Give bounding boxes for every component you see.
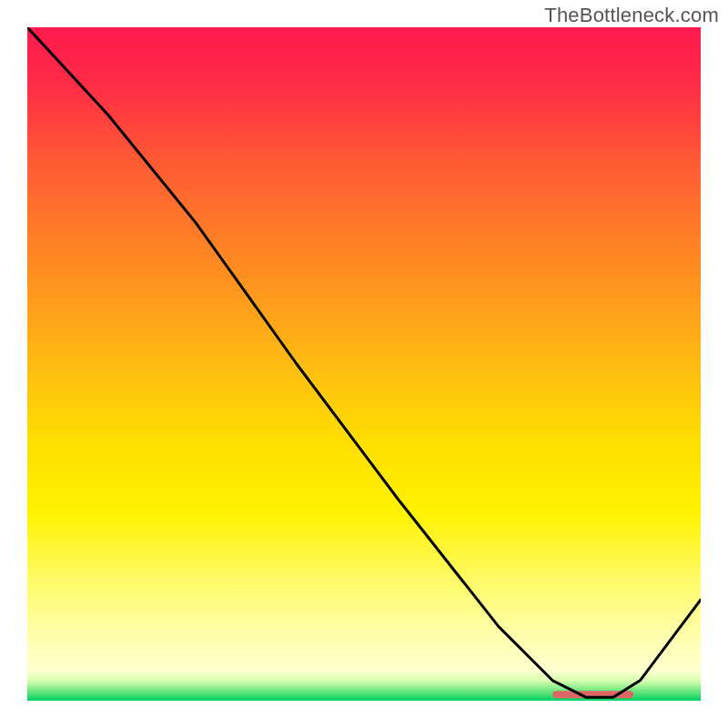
- chart-container: [27, 27, 701, 701]
- chart-svg: [27, 27, 701, 701]
- watermark-text: TheBottleneck.com: [544, 4, 719, 27]
- gradient-background: [27, 27, 701, 701]
